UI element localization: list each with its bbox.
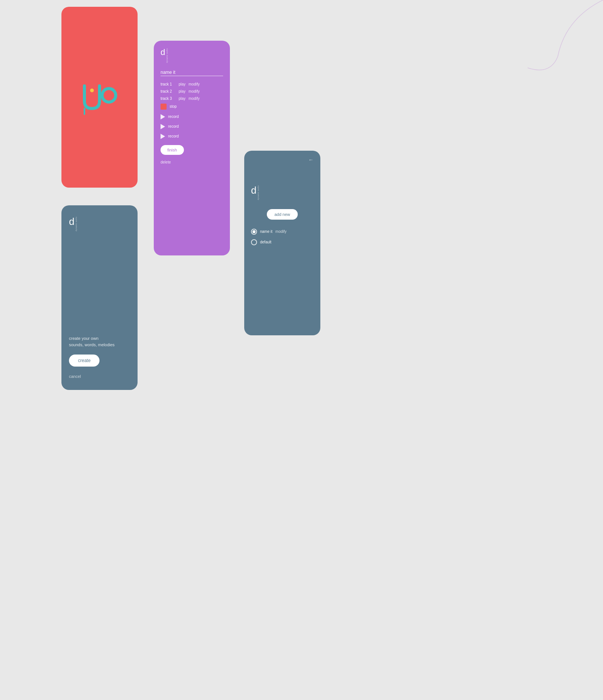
track-row-2: track 2 play modify [161, 89, 223, 93]
play-triangle-2 [161, 124, 165, 129]
record-row-2: record [161, 124, 223, 129]
delete-link[interactable]: delete [161, 160, 223, 164]
create-description: create your own sounds, words, melodies [69, 335, 115, 348]
logo-subtext-dark-left: dynamic audio [75, 217, 77, 231]
app-logo-purple: d dynamic audio [161, 48, 223, 63]
track-3-modify[interactable]: modify [188, 96, 199, 101]
decorative-curve [452, 0, 603, 75]
stop-label[interactable]: stop [170, 104, 177, 109]
radio-row-name-it: name it modify [251, 229, 314, 235]
radio-label-default: default [260, 240, 271, 244]
logo-d-letter: d [161, 48, 165, 57]
logo-subtext-purple: dynamic audio [166, 48, 168, 63]
finish-button[interactable]: finish [161, 145, 184, 155]
record-row-3: record [161, 134, 223, 139]
logo-subtext-dark-right: dynamic audio [257, 185, 259, 200]
track-3-play[interactable]: play [179, 96, 185, 101]
radio-outer-1[interactable] [251, 229, 257, 235]
stop-icon [161, 104, 167, 110]
track-2-label: track 2 [161, 89, 176, 93]
radio-outer-2[interactable] [251, 239, 257, 245]
track-1-label: track 1 [161, 82, 176, 86]
track-1-modify[interactable]: modify [188, 82, 199, 86]
record-label-1[interactable]: record [168, 115, 179, 119]
svg-point-0 [102, 89, 116, 102]
card-red-splash [61, 7, 138, 188]
track-row-3: track 3 play modify [161, 96, 223, 101]
track-1-play[interactable]: play [179, 82, 185, 86]
track-3-label: track 3 [161, 96, 176, 101]
create-desc-line1: create your own [69, 336, 98, 341]
red-card-logo [77, 78, 122, 116]
record-label-3[interactable]: record [168, 134, 179, 138]
play-triangle-1 [161, 114, 165, 119]
svg-point-1 [90, 89, 94, 92]
record-row-1: record [161, 114, 223, 119]
cancel-link[interactable]: cancel [69, 374, 81, 379]
track-2-play[interactable]: play [179, 89, 185, 93]
create-button[interactable]: create [69, 355, 99, 367]
radio-row-default: default [251, 239, 314, 245]
card-dark-right: ← d dynamic audio add new name it modify… [244, 151, 320, 335]
app-logo-dark-right: d dynamic audio [251, 185, 314, 200]
radio-action-modify[interactable]: modify [275, 229, 286, 234]
record-label-2[interactable]: record [168, 124, 179, 128]
card-purple-editing: d dynamic audio track 1 play modify trac… [154, 41, 230, 255]
logo-d-dark-left: d [69, 217, 74, 226]
app-logo-dark-left: d dynamic audio [69, 217, 77, 231]
track-2-modify[interactable]: modify [188, 89, 199, 93]
radio-label-name-it: name it [260, 229, 272, 234]
card-dark-create: d dynamic audio create your own sounds, … [61, 205, 138, 390]
logo-d-dark-right: d [251, 185, 256, 195]
name-it-input[interactable] [161, 69, 223, 76]
create-desc-line2: sounds, words, melodies [69, 342, 115, 347]
radio-inner-1 [253, 230, 256, 233]
track-row-1: track 1 play modify [161, 82, 223, 86]
back-arrow[interactable]: ← [308, 157, 314, 163]
play-triangle-3 [161, 134, 165, 139]
add-new-button[interactable]: add new [267, 209, 298, 220]
stop-row: stop [161, 104, 223, 110]
